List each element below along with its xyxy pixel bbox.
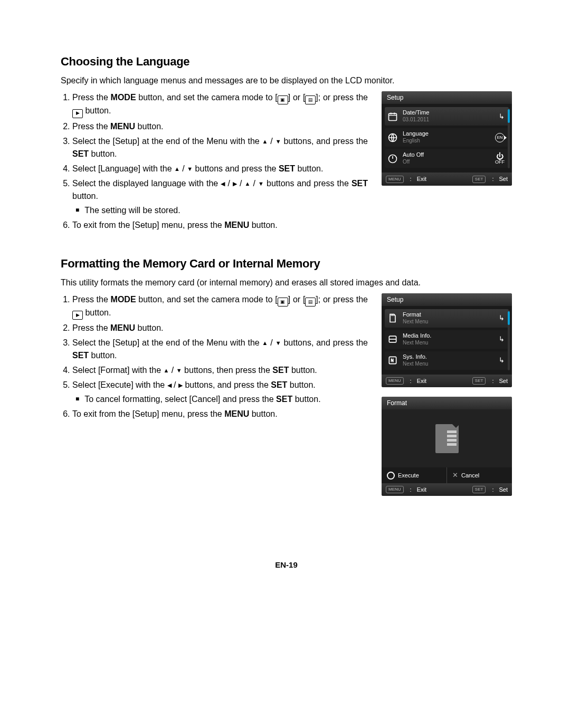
fmt-step-4: Select [Format] with the ▲ / ▼ buttons, … [72,364,368,377]
lang-step-5-sub: The setting will be stored. [75,204,368,217]
lcd-setup-format: Setup FormatNext Menu ↳ Media Info.Next … [382,293,512,388]
intro-language: Specify in which language menus and mess… [61,74,512,87]
up-icon: ▲ [262,137,268,146]
fmt-step-2: Press the MENU button. [72,322,368,334]
lang-step-2: Press the MENU button. [72,120,368,133]
camera-icon: ▣ [278,95,288,104]
arrow-right-icon: ↳ [499,334,505,344]
lcd-format-confirm: Format Execute ✕Cancel MENU: Exit SET: S… [382,397,512,496]
lang-step-4: Select [Language] with the ▲ / ▼ buttons… [72,162,368,175]
play-icon: ▶ [72,311,83,320]
execute-option: Execute [382,467,447,483]
lcd-row-language: LanguageEnglish EN [385,128,509,147]
lcd-title: Setup [382,91,512,104]
lang-en-icon: EN [495,133,505,142]
format-illustration [382,409,512,467]
power-off-icon: ⏻OFF [495,152,505,165]
page-number: EN-19 [61,559,512,571]
camera-icon: ▣ [278,298,288,306]
arrow-right-icon: ↳ [499,355,505,366]
fmt-step-5-sub: To cancel formatting, select [Cancel] an… [75,393,368,406]
calendar-icon [387,111,398,122]
execute-cancel-row: Execute ✕Cancel [382,467,512,483]
svg-rect-0 [389,113,397,120]
lang-step-5: Select the displayed language with the ◀… [72,177,368,217]
lcd-row-media-info: Media Info.Next Menu ↳ [385,330,509,349]
lang-step-3: Select the [Setup] at the end of the Men… [72,135,368,160]
lcd-setup-language: Setup Date/Time03.01.2011 ↳ LanguageEngl… [382,91,512,186]
globe-icon [387,132,398,143]
film-icon: ▤ [305,298,316,306]
play-icon: ▶ [72,109,83,118]
fmt-step-3: Select the [Setup] at the end of the Men… [72,337,368,362]
lcd-footer: MENU: Exit SET: Set [382,173,512,186]
menu-badge: MENU [386,176,404,183]
steps-format: Press the MODE button, and set the camer… [61,293,368,421]
fmt-step-6: To exit from the [Setup] menu, press the… [72,408,368,420]
steps-language: Press the MODE button, and set the camer… [61,91,368,232]
section-format-memory: Formatting the Memory Card or Internal M… [61,255,512,496]
lcd-row-datetime: Date/Time03.01.2011 ↳ [385,107,509,126]
circle-icon [387,472,395,480]
power-icon [387,153,398,165]
scrollbar [508,310,510,370]
scrollbar [508,108,510,168]
cancel-option: ✕Cancel [447,467,512,483]
lang-step-6: To exit from the [Setup] menu, press the… [72,219,368,232]
sd-card-icon [387,312,398,324]
arrow-right-icon: ↳ [499,313,505,323]
version-icon [387,355,398,366]
lang-step-1: Press the MODE button, and set the camer… [72,91,368,118]
sd-card-large-icon [435,424,459,453]
fmt-step-1: Press the MODE button, and set the camer… [72,293,368,320]
heading-choosing-language: Choosing the Language [61,53,512,70]
down-icon: ▼ [276,137,281,146]
section-choosing-language: Choosing the Language Specify in which l… [61,53,512,234]
x-icon: ✕ [452,470,458,481]
heading-format: Formatting the Memory Card or Internal M… [61,255,512,272]
intro-format: This utility formats the memory card (or… [61,276,512,289]
lcd-row-sys-info: Sys. Info.Next Menu ↳ [385,351,509,370]
media-icon [387,333,398,345]
arrow-right-icon: ↳ [499,111,505,122]
fmt-step-5: Select [Execute] with the ◀ / ▶ buttons,… [72,379,368,406]
lcd-row-format: FormatNext Menu ↳ [385,309,509,328]
film-icon: ▤ [305,95,316,104]
lcd-row-autooff: Auto OffOff ⏻OFF [385,149,509,168]
set-badge: SET [472,176,486,183]
